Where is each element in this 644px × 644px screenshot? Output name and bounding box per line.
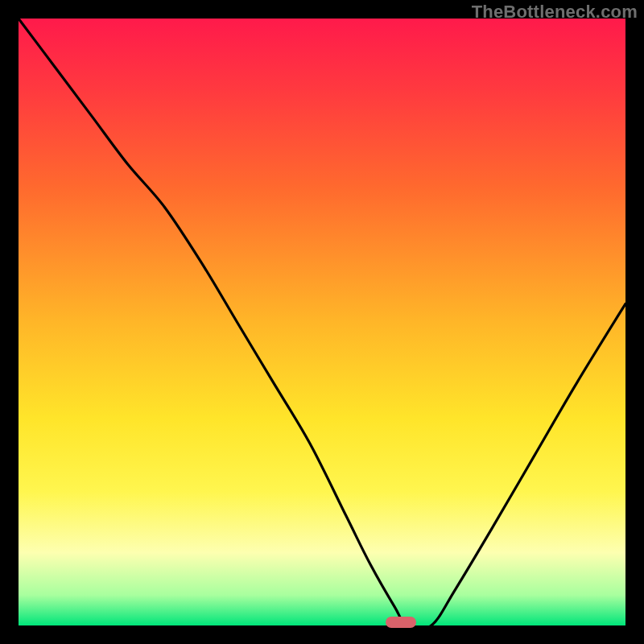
chart-frame: TheBottleneck.com: [0, 0, 644, 644]
bottleneck-curve-path: [19, 19, 625, 625]
plot-area: [19, 19, 625, 625]
optimal-marker: [386, 617, 416, 628]
watermark-text: TheBottleneck.com: [472, 2, 638, 23]
curve-svg: [19, 19, 625, 625]
